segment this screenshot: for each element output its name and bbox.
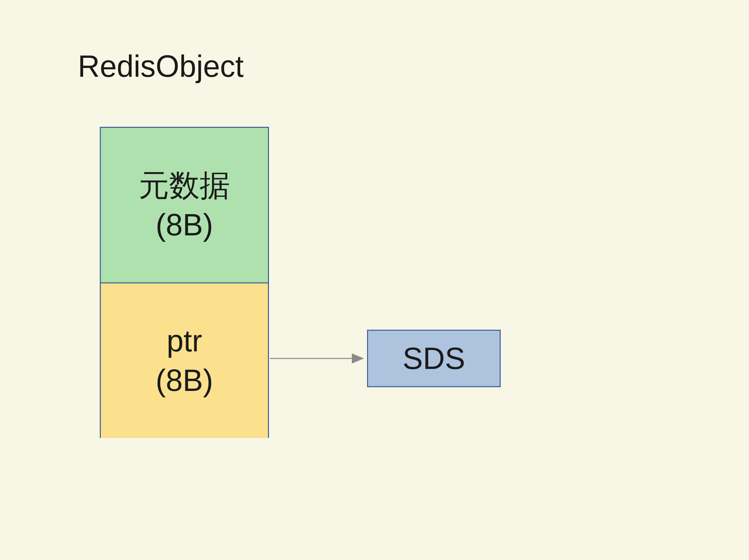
metadata-label-line2: (8B) (156, 205, 213, 245)
diagram-title: RedisObject (78, 49, 243, 84)
ptr-label-line2: (8B) (156, 361, 213, 400)
redis-object-container: 元数据 (8B) ptr (8B) (100, 127, 269, 438)
sds-label: SDS (403, 341, 465, 376)
ptr-label-line1: ptr (167, 321, 202, 361)
sds-box: SDS (367, 330, 501, 387)
metadata-label-line1: 元数据 (139, 166, 230, 205)
pointer-arrow (270, 355, 367, 362)
ptr-box: ptr (8B) (101, 283, 268, 438)
metadata-box: 元数据 (8B) (101, 128, 268, 283)
